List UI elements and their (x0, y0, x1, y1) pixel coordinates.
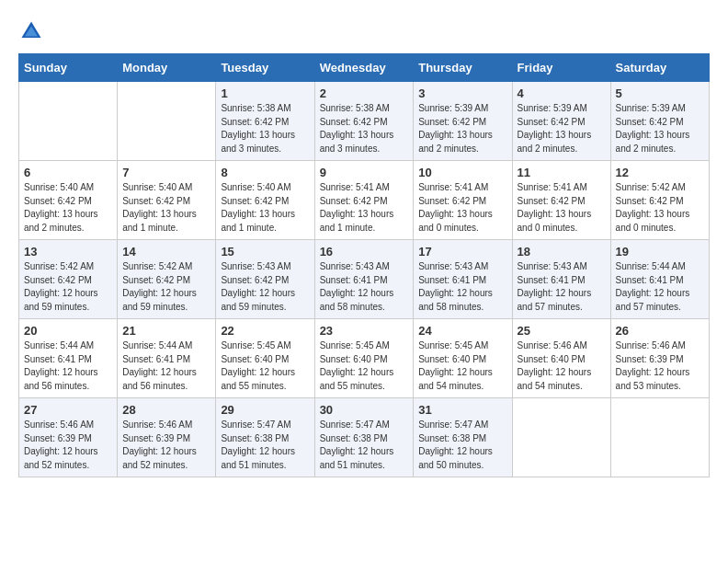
calendar-week-3: 13Sunrise: 5:42 AMSunset: 6:42 PMDayligh… (19, 240, 710, 319)
day-number: 29 (221, 403, 309, 417)
day-info: Sunrise: 5:43 AMSunset: 6:41 PMDaylight:… (418, 260, 506, 314)
calendar-cell: 18Sunrise: 5:43 AMSunset: 6:41 PMDayligh… (512, 240, 610, 319)
calendar-week-2: 6Sunrise: 5:40 AMSunset: 6:42 PMDaylight… (19, 161, 710, 240)
page-header (18, 18, 710, 44)
day-number: 11 (518, 166, 606, 179)
day-number: 6 (24, 166, 112, 179)
day-number: 22 (221, 324, 309, 338)
calendar-week-5: 27Sunrise: 5:46 AMSunset: 6:39 PMDayligh… (19, 398, 710, 477)
day-info: Sunrise: 5:41 AMSunset: 6:42 PMDaylight:… (518, 181, 606, 235)
calendar-cell: 1Sunrise: 5:38 AMSunset: 6:42 PMDaylight… (216, 82, 314, 161)
calendar-cell: 14Sunrise: 5:42 AMSunset: 6:42 PMDayligh… (118, 240, 216, 319)
calendar-cell (118, 82, 216, 161)
day-number: 12 (616, 166, 704, 179)
day-info: Sunrise: 5:42 AMSunset: 6:42 PMDaylight:… (24, 260, 112, 314)
weekday-friday: Friday (512, 54, 610, 82)
calendar-cell: 11Sunrise: 5:41 AMSunset: 6:42 PMDayligh… (512, 161, 610, 240)
weekday-sunday: Sunday (19, 54, 118, 82)
weekday-tuesday: Tuesday (216, 54, 314, 82)
day-number: 8 (221, 166, 309, 179)
calendar-cell: 8Sunrise: 5:40 AMSunset: 6:42 PMDaylight… (216, 161, 314, 240)
day-info: Sunrise: 5:44 AMSunset: 6:41 PMDaylight:… (616, 260, 704, 314)
day-number: 3 (418, 86, 506, 100)
day-info: Sunrise: 5:39 AMSunset: 6:42 PMDaylight:… (418, 102, 506, 155)
day-number: 21 (122, 324, 210, 338)
calendar-cell: 29Sunrise: 5:47 AMSunset: 6:38 PMDayligh… (216, 398, 314, 477)
day-info: Sunrise: 5:38 AMSunset: 6:42 PMDaylight:… (221, 102, 309, 155)
day-number: 14 (122, 245, 210, 259)
calendar-cell: 28Sunrise: 5:46 AMSunset: 6:39 PMDayligh… (118, 398, 216, 477)
calendar-cell (512, 398, 610, 477)
calendar-cell: 13Sunrise: 5:42 AMSunset: 6:42 PMDayligh… (19, 240, 118, 319)
day-number: 23 (320, 324, 409, 338)
day-info: Sunrise: 5:46 AMSunset: 6:39 PMDaylight:… (616, 339, 704, 393)
calendar-cell: 2Sunrise: 5:38 AMSunset: 6:42 PMDaylight… (314, 82, 414, 161)
day-number: 4 (518, 86, 606, 100)
day-info: Sunrise: 5:38 AMSunset: 6:42 PMDaylight:… (320, 102, 409, 155)
day-info: Sunrise: 5:42 AMSunset: 6:42 PMDaylight:… (122, 260, 210, 314)
day-info: Sunrise: 5:43 AMSunset: 6:42 PMDaylight:… (221, 260, 309, 314)
day-info: Sunrise: 5:47 AMSunset: 6:38 PMDaylight:… (418, 419, 506, 472)
calendar-cell: 26Sunrise: 5:46 AMSunset: 6:39 PMDayligh… (610, 319, 709, 398)
weekday-saturday: Saturday (610, 54, 709, 82)
day-number: 26 (616, 324, 704, 338)
day-info: Sunrise: 5:46 AMSunset: 6:39 PMDaylight:… (122, 419, 210, 472)
calendar-cell: 16Sunrise: 5:43 AMSunset: 6:41 PMDayligh… (314, 240, 414, 319)
calendar-cell: 27Sunrise: 5:46 AMSunset: 6:39 PMDayligh… (19, 398, 118, 477)
calendar-cell: 25Sunrise: 5:46 AMSunset: 6:40 PMDayligh… (512, 319, 610, 398)
day-number: 13 (24, 245, 112, 259)
day-info: Sunrise: 5:39 AMSunset: 6:42 PMDaylight:… (616, 102, 704, 155)
day-number: 15 (221, 245, 309, 259)
day-info: Sunrise: 5:39 AMSunset: 6:42 PMDaylight:… (518, 102, 606, 155)
calendar-cell: 24Sunrise: 5:45 AMSunset: 6:40 PMDayligh… (414, 319, 512, 398)
calendar-cell: 6Sunrise: 5:40 AMSunset: 6:42 PMDaylight… (19, 161, 118, 240)
weekday-thursday: Thursday (414, 54, 512, 82)
day-number: 9 (320, 166, 409, 179)
day-number: 10 (418, 166, 506, 179)
calendar-cell (610, 398, 709, 477)
day-number: 19 (616, 245, 704, 259)
calendar-cell: 19Sunrise: 5:44 AMSunset: 6:41 PMDayligh… (610, 240, 709, 319)
day-info: Sunrise: 5:47 AMSunset: 6:38 PMDaylight:… (320, 419, 409, 472)
calendar-week-4: 20Sunrise: 5:44 AMSunset: 6:41 PMDayligh… (19, 319, 710, 398)
calendar-cell: 3Sunrise: 5:39 AMSunset: 6:42 PMDaylight… (414, 82, 512, 161)
calendar-cell: 21Sunrise: 5:44 AMSunset: 6:41 PMDayligh… (118, 319, 216, 398)
calendar-cell: 22Sunrise: 5:45 AMSunset: 6:40 PMDayligh… (216, 319, 314, 398)
calendar-cell: 31Sunrise: 5:47 AMSunset: 6:38 PMDayligh… (414, 398, 512, 477)
day-info: Sunrise: 5:44 AMSunset: 6:41 PMDaylight:… (24, 339, 112, 393)
day-info: Sunrise: 5:44 AMSunset: 6:41 PMDaylight:… (122, 339, 210, 393)
day-number: 27 (24, 403, 112, 417)
calendar-cell (19, 82, 118, 161)
calendar-cell: 12Sunrise: 5:42 AMSunset: 6:42 PMDayligh… (610, 161, 709, 240)
calendar-cell: 15Sunrise: 5:43 AMSunset: 6:42 PMDayligh… (216, 240, 314, 319)
calendar-cell: 4Sunrise: 5:39 AMSunset: 6:42 PMDaylight… (512, 82, 610, 161)
day-info: Sunrise: 5:45 AMSunset: 6:40 PMDaylight:… (320, 339, 409, 393)
day-number: 31 (418, 403, 506, 417)
day-number: 2 (320, 86, 409, 100)
day-info: Sunrise: 5:45 AMSunset: 6:40 PMDaylight:… (418, 339, 506, 393)
day-number: 25 (518, 324, 606, 338)
day-number: 16 (320, 245, 409, 259)
day-number: 18 (518, 245, 606, 259)
day-info: Sunrise: 5:41 AMSunset: 6:42 PMDaylight:… (418, 181, 506, 235)
calendar-cell: 5Sunrise: 5:39 AMSunset: 6:42 PMDaylight… (610, 82, 709, 161)
calendar-cell: 30Sunrise: 5:47 AMSunset: 6:38 PMDayligh… (314, 398, 414, 477)
day-number: 5 (616, 86, 704, 100)
day-number: 1 (221, 86, 309, 100)
logo (18, 18, 48, 44)
day-info: Sunrise: 5:47 AMSunset: 6:38 PMDaylight:… (221, 419, 309, 472)
day-info: Sunrise: 5:43 AMSunset: 6:41 PMDaylight:… (320, 260, 409, 314)
weekday-monday: Monday (118, 54, 216, 82)
day-info: Sunrise: 5:43 AMSunset: 6:41 PMDaylight:… (518, 260, 606, 314)
day-info: Sunrise: 5:40 AMSunset: 6:42 PMDaylight:… (24, 181, 112, 235)
day-info: Sunrise: 5:41 AMSunset: 6:42 PMDaylight:… (320, 181, 409, 235)
day-number: 30 (320, 403, 409, 417)
day-number: 17 (418, 245, 506, 259)
day-number: 7 (122, 166, 210, 179)
day-info: Sunrise: 5:40 AMSunset: 6:42 PMDaylight:… (122, 181, 210, 235)
logo-icon (18, 18, 44, 44)
day-number: 24 (418, 324, 506, 338)
calendar-cell: 10Sunrise: 5:41 AMSunset: 6:42 PMDayligh… (414, 161, 512, 240)
calendar-cell: 20Sunrise: 5:44 AMSunset: 6:41 PMDayligh… (19, 319, 118, 398)
calendar-week-1: 1Sunrise: 5:38 AMSunset: 6:42 PMDaylight… (19, 82, 710, 161)
